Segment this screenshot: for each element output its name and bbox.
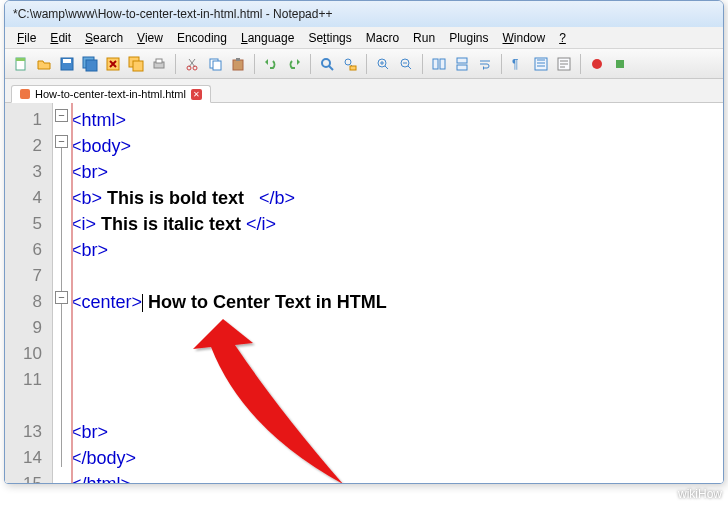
code-tag: <br>: [71, 422, 108, 442]
svg-rect-22: [433, 59, 438, 69]
fold-toggle-icon[interactable]: −: [55, 109, 68, 122]
line-number: 15: [5, 471, 52, 484]
redo-icon[interactable]: [284, 54, 304, 74]
svg-rect-23: [440, 59, 445, 69]
print-icon[interactable]: [149, 54, 169, 74]
line-number: 8: [5, 289, 52, 315]
line-number: 14: [5, 445, 52, 471]
code-tag: </b>: [259, 188, 295, 208]
menu-edit[interactable]: Edit: [44, 29, 77, 47]
stop-icon[interactable]: [610, 54, 630, 74]
menubar: File Edit Search View Encoding Language …: [5, 27, 723, 49]
zoom-out-icon[interactable]: [396, 54, 416, 74]
find-icon[interactable]: [317, 54, 337, 74]
cut-icon[interactable]: [182, 54, 202, 74]
svg-rect-15: [233, 60, 243, 70]
svg-rect-1: [16, 58, 25, 61]
line-gutter: 1 2 3 4 5 6 7 8 9 10 11 13 14 15: [5, 103, 53, 483]
menu-macro[interactable]: Macro: [360, 29, 405, 47]
titlebar: *C:\wamp\www\How-to-center-text-in-html.…: [5, 1, 723, 27]
separator-icon: [310, 54, 311, 74]
toolbar: ¶: [5, 49, 723, 79]
svg-rect-16: [236, 58, 240, 61]
menu-window[interactable]: Window: [496, 29, 551, 47]
close-all-icon[interactable]: [126, 54, 146, 74]
menu-search[interactable]: Search: [79, 29, 129, 47]
svg-rect-19: [350, 66, 356, 70]
menu-run[interactable]: Run: [407, 29, 441, 47]
code-tag: </i>: [246, 214, 276, 234]
svg-point-18: [345, 59, 351, 65]
undo-icon[interactable]: [261, 54, 281, 74]
wrap-icon[interactable]: [475, 54, 495, 74]
sync-v-icon[interactable]: [429, 54, 449, 74]
window-title: *C:\wamp\www\How-to-center-text-in-html.…: [13, 7, 332, 21]
line-number: [5, 393, 52, 419]
line-number: 1: [5, 107, 52, 133]
save-all-icon[interactable]: [80, 54, 100, 74]
separator-icon: [501, 54, 502, 74]
fold-line: [61, 148, 62, 467]
separator-icon: [422, 54, 423, 74]
user-lang-icon[interactable]: [554, 54, 574, 74]
code-tag: <i>: [71, 214, 96, 234]
file-tab[interactable]: How-to-center-text-in-html.html ✕: [11, 85, 211, 103]
app-window: *C:\wamp\www\How-to-center-text-in-html.…: [4, 0, 724, 484]
watermark: wikiHow: [678, 487, 722, 501]
code-tag: <center>: [71, 292, 142, 312]
code-area[interactable]: <html> <body> <br> <b> This is bold text…: [71, 103, 723, 483]
svg-rect-25: [457, 65, 467, 70]
separator-icon: [175, 54, 176, 74]
open-file-icon[interactable]: [34, 54, 54, 74]
menu-language[interactable]: Language: [235, 29, 300, 47]
show-chars-icon[interactable]: ¶: [508, 54, 528, 74]
file-modified-icon: [20, 89, 30, 99]
separator-icon: [580, 54, 581, 74]
line-number: 5: [5, 211, 52, 237]
line-number: 6: [5, 237, 52, 263]
code-text: This is bold text: [102, 188, 259, 208]
code-text: This is italic text: [96, 214, 246, 234]
line-number: 11: [5, 367, 52, 393]
fold-column: − − −: [53, 103, 71, 483]
svg-point-29: [592, 59, 602, 69]
menu-settings[interactable]: Settings: [302, 29, 357, 47]
svg-rect-30: [616, 60, 624, 68]
indent-guide-icon[interactable]: [531, 54, 551, 74]
editor[interactable]: 1 2 3 4 5 6 7 8 9 10 11 13 14 15 − − − <…: [5, 103, 723, 483]
svg-rect-14: [213, 61, 221, 70]
copy-icon[interactable]: [205, 54, 225, 74]
close-icon[interactable]: [103, 54, 123, 74]
zoom-in-icon[interactable]: [373, 54, 393, 74]
paste-icon[interactable]: [228, 54, 248, 74]
svg-point-17: [322, 59, 330, 67]
sync-h-icon[interactable]: [452, 54, 472, 74]
menu-help[interactable]: ?: [553, 29, 572, 47]
menu-file[interactable]: File: [11, 29, 42, 47]
new-file-icon[interactable]: [11, 54, 31, 74]
save-icon[interactable]: [57, 54, 77, 74]
code-tag: <br>: [71, 162, 108, 182]
fold-toggle-icon[interactable]: −: [55, 135, 68, 148]
separator-icon: [366, 54, 367, 74]
svg-rect-3: [63, 59, 71, 63]
menu-view[interactable]: View: [131, 29, 169, 47]
svg-rect-8: [133, 61, 143, 71]
replace-icon[interactable]: [340, 54, 360, 74]
tab-label: How-to-center-text-in-html.html: [35, 88, 186, 100]
svg-rect-5: [86, 60, 97, 71]
menu-plugins[interactable]: Plugins: [443, 29, 494, 47]
record-icon[interactable]: [587, 54, 607, 74]
line-number: 13: [5, 419, 52, 445]
tab-close-icon[interactable]: ✕: [191, 89, 202, 100]
code-tag: </body>: [71, 448, 136, 468]
code-tag: <br>: [71, 240, 108, 260]
code-tag: </html>: [71, 474, 131, 484]
line-number: 9: [5, 315, 52, 341]
fold-toggle-icon[interactable]: −: [55, 291, 68, 304]
change-marker: [71, 103, 73, 483]
code-tag: <b>: [71, 188, 102, 208]
line-number: 7: [5, 263, 52, 289]
line-number: 2: [5, 133, 52, 159]
menu-encoding[interactable]: Encoding: [171, 29, 233, 47]
